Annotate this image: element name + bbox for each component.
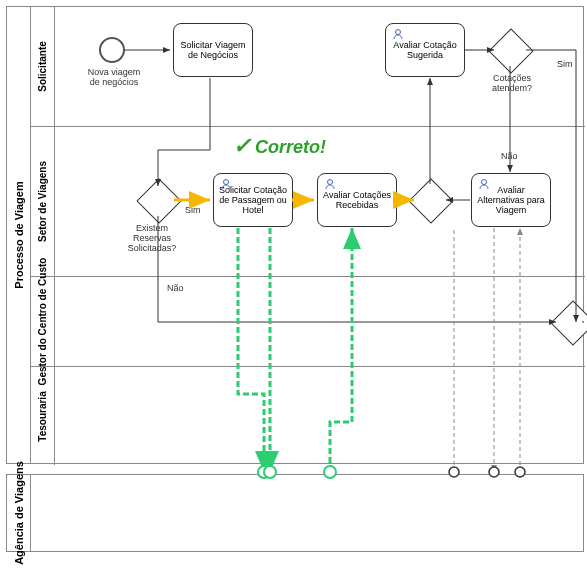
annotation-correto: ✓Correto! bbox=[233, 133, 326, 159]
gateway-split bbox=[408, 178, 453, 223]
task-solicitar-cotacao: Solicitar Cotação de Passagem ou Hotel bbox=[213, 173, 293, 227]
flow-label-nao: Não bbox=[501, 151, 518, 161]
svg-point-0 bbox=[396, 30, 401, 35]
lane-label: Tesouraria bbox=[37, 391, 48, 441]
lane-title: Tesouraria bbox=[31, 367, 55, 465]
lane-gestor-centro-custo: Gestor do Centro de Custo bbox=[31, 277, 585, 367]
user-icon bbox=[324, 178, 336, 190]
lane-title: Solicitante bbox=[31, 7, 55, 126]
gateway-label: Cotações atendem? bbox=[485, 73, 539, 93]
task-label: Avaliar Cotação Sugerida bbox=[390, 40, 460, 60]
flow-label-sim: Sim bbox=[557, 59, 573, 69]
start-event bbox=[99, 37, 125, 63]
lane-title: Gestor do Centro de Custo bbox=[31, 277, 55, 366]
pool-processo-viagem: Processo de Viagem Solicitante Nova viag… bbox=[6, 6, 584, 464]
start-event-label: Nova viagem de negócios bbox=[83, 67, 145, 87]
task-avaliar-alternativas: Avaliar Alternativas para Viagem bbox=[471, 173, 551, 227]
task-label: Solicitar Viagem de Negócios bbox=[178, 40, 248, 60]
svg-point-2 bbox=[328, 180, 333, 185]
lane-solicitante: Solicitante Nova viagem de negócios Soli… bbox=[31, 7, 585, 127]
check-icon: ✓ bbox=[233, 133, 251, 158]
lane-title: Setor de Viagens bbox=[31, 127, 55, 276]
user-icon bbox=[478, 178, 490, 190]
gateway-reservas-solicitadas bbox=[136, 178, 181, 223]
pool-title-text: Processo de Viagem bbox=[13, 181, 25, 288]
pool-agencia-viagens: Agência de Viagens bbox=[6, 474, 584, 552]
lane-label: Solicitante bbox=[37, 41, 48, 92]
task-solicitar-viagem: Solicitar Viagem de Negócios bbox=[173, 23, 253, 77]
gateway-cotacoes-atendem bbox=[488, 28, 533, 73]
lane-setor-viagens: Setor de Viagens ✓Correto! Existem Reser… bbox=[31, 127, 585, 277]
svg-point-1 bbox=[224, 180, 229, 185]
gateway-custo bbox=[550, 300, 587, 345]
task-label: Avaliar Cotações Recebidas bbox=[322, 190, 392, 210]
lane-tesouraria: Tesouraria bbox=[31, 367, 585, 465]
task-avaliar-cotacao-sugerida: Avaliar Cotação Sugerida bbox=[385, 23, 465, 77]
user-icon bbox=[220, 178, 232, 190]
annotation-text: Correto! bbox=[255, 137, 326, 157]
lane-label: Setor de Viagens bbox=[37, 161, 48, 242]
gateway-label: Existem Reservas Solicitadas? bbox=[121, 223, 183, 253]
svg-point-3 bbox=[482, 180, 487, 185]
flow-label-sim: Sim bbox=[185, 205, 201, 215]
pool-title: Processo de Viagem bbox=[7, 7, 31, 463]
user-icon bbox=[392, 28, 404, 40]
pool-title-text: Agência de Viagens bbox=[13, 461, 25, 565]
pool-title: Agência de Viagens bbox=[7, 475, 31, 551]
task-avaliar-cotacoes-recebidas: Avaliar Cotações Recebidas bbox=[317, 173, 397, 227]
